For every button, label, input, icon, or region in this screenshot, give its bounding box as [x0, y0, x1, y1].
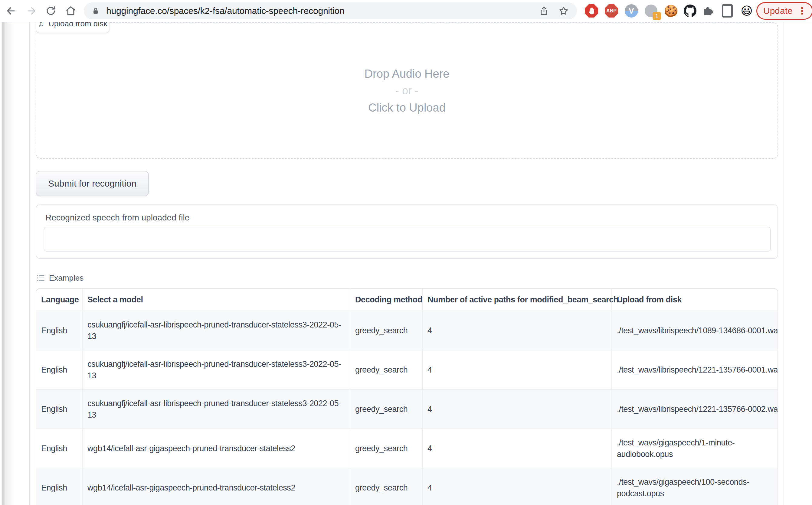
table-cell[interactable]: ./test_wavs/gigaspeech/100-seconds-podca…	[612, 468, 778, 505]
share-icon[interactable]	[539, 6, 549, 16]
table-cell[interactable]: 4	[422, 350, 612, 389]
table-cell[interactable]: ./test_wavs/librispeech/1221-135766-0002…	[612, 389, 778, 429]
table-cell[interactable]: ./test_wavs/librispeech/1089-134686-0001…	[612, 311, 778, 350]
table-row[interactable]: Englishwgb14/icefall-asr-gigaspeech-prun…	[36, 429, 778, 468]
github-extension-icon[interactable]	[683, 4, 697, 18]
v-label: V	[629, 7, 634, 15]
table-cell[interactable]: greedy_search	[350, 350, 422, 389]
dropzone-line2: Click to Upload	[368, 99, 446, 116]
update-label[interactable]: Update	[763, 6, 793, 16]
app-content: ♫ Upload from disk Drop Audio Here - or …	[36, 22, 778, 505]
table-row[interactable]: Englishcsukuangfj/icefall-asr-librispeec…	[36, 311, 778, 350]
browser-toolbar: huggingface.co/spaces/k2-fsa/automatic-s…	[0, 0, 812, 22]
dropzone-separator: - or -	[395, 82, 418, 99]
reload-icon	[45, 5, 56, 17]
column-header: Number of active paths for modified_beam…	[422, 289, 612, 311]
lock-icon	[91, 6, 100, 15]
adblock-hand-extension-icon[interactable]	[585, 4, 598, 18]
smiley-extension-icon[interactable]: 😃	[740, 4, 753, 18]
forward-button[interactable]	[24, 3, 39, 19]
table-cell[interactable]: greedy_search	[350, 311, 422, 350]
page-right-border	[784, 22, 784, 505]
table-cell[interactable]: English	[36, 468, 82, 505]
column-header: Language	[36, 289, 82, 311]
table-cell[interactable]: English	[36, 389, 82, 429]
puzzle-icon	[702, 5, 714, 17]
github-icon	[684, 5, 696, 17]
table-cell[interactable]: greedy_search	[350, 389, 422, 429]
extensions-puzzle-icon[interactable]	[701, 4, 714, 18]
notification-extension-icon[interactable]: 1	[644, 4, 658, 18]
abp-label: ABP	[606, 8, 617, 14]
reload-button[interactable]	[43, 3, 59, 19]
url-bar[interactable]: huggingface.co/spaces/k2-fsa/automatic-s…	[84, 2, 577, 19]
table-cell[interactable]: 4	[422, 429, 612, 468]
cookie-extension-icon[interactable]: 🍪	[664, 4, 678, 18]
home-icon	[65, 5, 77, 17]
back-button[interactable]	[3, 3, 19, 19]
table-cell[interactable]: ./test_wavs/gigaspeech/1-minute-audioboo…	[612, 429, 778, 468]
table-cell[interactable]: 4	[422, 311, 612, 350]
submit-for-recognition-button[interactable]: Submit for recognition	[36, 171, 149, 196]
chrome-update-menu[interactable]: Update ⋮	[756, 2, 812, 20]
table-cell[interactable]: ./test_wavs/librispeech/1221-135766-0001…	[612, 350, 778, 389]
bookmark-star-icon[interactable]	[558, 5, 569, 16]
sidebar-extension-icon[interactable]	[721, 4, 734, 18]
table-header-row: LanguageSelect a modelDecoding methodNum…	[36, 289, 778, 311]
table-cell[interactable]: greedy_search	[350, 429, 422, 468]
table-cell[interactable]: 4	[422, 468, 612, 505]
back-icon	[5, 5, 17, 17]
examples-header: Examples	[36, 273, 84, 283]
recognized-speech-panel: Recognized speech from uploaded file	[36, 204, 778, 259]
table-cell[interactable]: csukuangfj/icefall-asr-librispeech-prune…	[82, 350, 350, 389]
table-cell[interactable]: English	[36, 429, 82, 468]
column-header: Select a model	[82, 289, 350, 311]
table-cell[interactable]: wgb14/icefall-asr-gigaspeech-pruned-tran…	[82, 429, 350, 468]
list-icon	[36, 274, 45, 282]
table-row[interactable]: Englishcsukuangfj/icefall-asr-librispeec…	[36, 350, 778, 389]
submit-button-label: Submit for recognition	[48, 178, 136, 189]
url-text[interactable]: huggingface.co/spaces/k2-fsa/automatic-s…	[106, 6, 539, 16]
recognized-speech-label: Recognized speech from uploaded file	[45, 213, 189, 222]
examples-table: LanguageSelect a modelDecoding methodNum…	[36, 288, 778, 505]
table-cell[interactable]: greedy_search	[350, 468, 422, 505]
table-row[interactable]: Englishcsukuangfj/icefall-asr-librispeec…	[36, 389, 778, 429]
abp-extension-icon[interactable]: ABP	[605, 4, 618, 18]
dropzone-line1: Drop Audio Here	[365, 65, 449, 82]
kebab-menu-icon[interactable]: ⋮	[798, 6, 807, 16]
cookie-icon: 🍪	[664, 5, 678, 17]
table-cell[interactable]: 4	[422, 389, 612, 429]
column-header: Decoding method	[350, 289, 422, 311]
page-left-gutter	[0, 22, 30, 505]
table-cell[interactable]: wgb14/icefall-asr-gigaspeech-pruned-tran…	[82, 468, 350, 505]
table-cell[interactable]: English	[36, 311, 82, 350]
examples-label: Examples	[49, 273, 84, 283]
table-cell[interactable]: csukuangfj/icefall-asr-librispeech-prune…	[82, 389, 350, 429]
hand-icon	[587, 6, 596, 15]
audio-dropzone[interactable]: Drop Audio Here - or - Click to Upload	[36, 22, 778, 159]
table-cell[interactable]: csukuangfj/icefall-asr-librispeech-prune…	[82, 311, 350, 350]
column-header: Upload from disk	[612, 289, 778, 311]
table-row[interactable]: Englishwgb14/icefall-asr-gigaspeech-prun…	[36, 468, 778, 505]
smiley-icon: 😃	[740, 5, 753, 17]
table-cell[interactable]: English	[36, 350, 82, 389]
forward-icon	[26, 5, 37, 17]
v-extension-icon[interactable]: V	[625, 4, 638, 18]
extension-badge: 1	[653, 12, 661, 20]
home-button[interactable]	[63, 3, 79, 19]
recognized-speech-input[interactable]	[43, 227, 771, 251]
